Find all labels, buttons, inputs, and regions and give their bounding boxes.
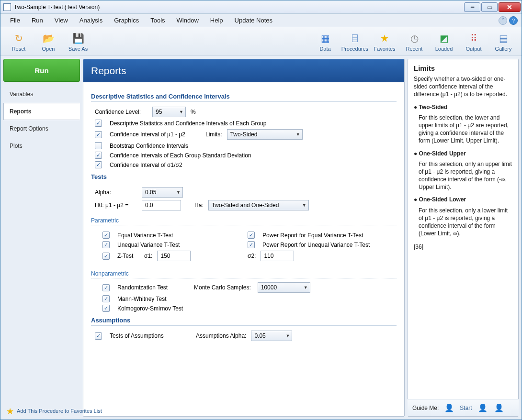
run-button[interactable]: Run bbox=[3, 59, 80, 82]
section-tests: Tests bbox=[91, 173, 397, 182]
toolbar-reset[interactable]: ↻Reset bbox=[4, 30, 33, 54]
app-window: Two-Sample T-Test (Test Version) ━ ▭ ✕ F… bbox=[0, 0, 522, 420]
add-favorites-link[interactable]: ★ Add This Procedure to Favorites List bbox=[6, 406, 102, 417]
navtab-reports[interactable]: Reports bbox=[3, 103, 80, 120]
toolbar-recent[interactable]: ◷Recent bbox=[400, 30, 429, 54]
procedures-icon: ⌸ bbox=[348, 32, 362, 45]
form-area: Descriptive Statistics and Confidence In… bbox=[83, 82, 404, 416]
chevron-down-icon: ▼ bbox=[179, 110, 183, 114]
chk-uneqvar[interactable]: ✓ bbox=[102, 241, 110, 248]
chk-ci-mu[interactable]: ✓ bbox=[95, 131, 102, 138]
toolbar-data[interactable]: ▦Data bbox=[311, 30, 340, 54]
person-next-icon[interactable]: 👤 bbox=[493, 402, 505, 414]
toolbar-output[interactable]: ⠿Output bbox=[459, 30, 488, 54]
guide-start-link[interactable]: Start bbox=[460, 405, 472, 411]
chevron-down-icon: ▼ bbox=[176, 190, 181, 195]
recent-icon: ◷ bbox=[408, 32, 421, 45]
navtab-variables[interactable]: Variables bbox=[3, 86, 80, 103]
reset-icon: ↻ bbox=[12, 32, 25, 45]
guide-bar: Guide Me: 👤 Start 👤 👤 bbox=[408, 399, 519, 416]
person-prev-icon[interactable]: 👤 bbox=[477, 402, 488, 414]
alpha-combo[interactable]: 0.05▼ bbox=[142, 187, 183, 198]
chk-power-uneq[interactable]: ✓ bbox=[248, 241, 255, 248]
chevron-down-icon: ▼ bbox=[302, 203, 306, 208]
body: Run VariablesReportsReport OptionsPlots … bbox=[0, 56, 522, 420]
toolbar-loaded[interactable]: ◩Loaded bbox=[430, 30, 458, 54]
confidence-level-combo[interactable]: 95▼ bbox=[152, 107, 186, 117]
menu-graphics[interactable]: Graphics bbox=[109, 15, 144, 26]
save-as-icon: 💾 bbox=[71, 32, 85, 45]
menu-analysis[interactable]: Analysis bbox=[75, 15, 107, 26]
section-nonparametric: Nonparametric bbox=[91, 270, 397, 278]
confidence-level-label: Confidence Level: bbox=[95, 109, 148, 115]
sigma2-label: σ2: bbox=[248, 253, 256, 259]
section-assumptions: Assumptions bbox=[91, 317, 397, 326]
person-start-icon: 👤 bbox=[443, 402, 455, 414]
data-icon: ▦ bbox=[318, 32, 332, 45]
close-button[interactable]: ✕ bbox=[499, 2, 521, 12]
menu-tools[interactable]: Tools bbox=[146, 15, 170, 26]
mc-label: Monte Carlo Samples: bbox=[194, 284, 251, 291]
window-title: Two-Sample T-Test (Test Version) bbox=[14, 4, 464, 11]
alpha-label: Alpha: bbox=[95, 189, 137, 196]
guide-label: Guide Me: bbox=[412, 405, 439, 411]
menu-file[interactable]: File bbox=[5, 15, 25, 26]
gallery-icon: ▤ bbox=[497, 32, 510, 45]
center-pane: Reports Descriptive Statistics and Confi… bbox=[83, 59, 405, 417]
maximize-button[interactable]: ▭ bbox=[481, 2, 498, 12]
minimize-button[interactable]: ━ bbox=[464, 2, 480, 12]
toolbar-save-as[interactable]: 💾Save As bbox=[64, 30, 92, 54]
chevron-down-icon: ▼ bbox=[296, 132, 300, 137]
toolbar: ↻Reset📂Open💾Save As ▦Data⌸Procedures★Fav… bbox=[0, 27, 522, 56]
chevron-down-icon: ▼ bbox=[285, 333, 290, 338]
chk-ks[interactable]: ✓ bbox=[102, 305, 110, 312]
menu-run[interactable]: Run bbox=[27, 15, 48, 26]
app-icon bbox=[3, 3, 11, 11]
titlebar: Two-Sample T-Test (Test Version) ━ ▭ ✕ bbox=[0, 0, 522, 14]
sigma2-input[interactable] bbox=[261, 251, 294, 261]
h0-input[interactable] bbox=[142, 200, 181, 210]
toolbar-gallery[interactable]: ▤Gallery bbox=[489, 30, 518, 54]
left-pane: Run VariablesReportsReport OptionsPlots … bbox=[3, 59, 80, 417]
navtab-report-options[interactable]: Report Options bbox=[3, 120, 80, 137]
limits-combo[interactable]: Two-Sided▼ bbox=[227, 129, 303, 140]
menu-view[interactable]: View bbox=[50, 15, 73, 26]
chk-mannwhitney[interactable]: ✓ bbox=[102, 295, 110, 302]
assumptions-alpha-label: Assumptions Alpha: bbox=[196, 332, 246, 339]
chk-assumptions[interactable]: ✓ bbox=[95, 332, 102, 340]
help-icon[interactable]: ? bbox=[509, 16, 518, 25]
chk-ci-group-sd[interactable]: ✓ bbox=[95, 152, 102, 159]
chk-eqvar[interactable]: ✓ bbox=[102, 232, 110, 239]
navtab-plots[interactable]: Plots bbox=[3, 137, 80, 155]
sigma1-input[interactable] bbox=[157, 251, 191, 261]
menu-help[interactable]: Help bbox=[205, 15, 228, 26]
help-pane: Limits Specify whether a two-sided or on… bbox=[408, 59, 519, 417]
ha-label: Ha: bbox=[194, 202, 204, 209]
limits-label: Limits: bbox=[205, 131, 222, 138]
nav-tabs: VariablesReportsReport OptionsPlots bbox=[3, 86, 80, 155]
toolbar-favorites[interactable]: ★Favorites bbox=[370, 30, 399, 54]
chk-power-eq[interactable]: ✓ bbox=[248, 232, 255, 239]
toolbar-procedures[interactable]: ⌸Procedures bbox=[340, 30, 369, 54]
menu-update-notes[interactable]: Update Notes bbox=[230, 15, 278, 26]
h0-label: H0: μ1 - μ2 = bbox=[95, 202, 137, 209]
chevron-down-icon: ▼ bbox=[304, 285, 308, 290]
assumptions-alpha-combo[interactable]: 0.05▼ bbox=[251, 331, 292, 341]
toolbar-open[interactable]: 📂Open bbox=[34, 30, 63, 54]
mc-samples-combo[interactable]: 10000▼ bbox=[258, 282, 310, 293]
window-controls: ━ ▭ ✕ bbox=[464, 2, 522, 12]
chk-ztest[interactable]: ✓ bbox=[102, 253, 110, 260]
chk-ci-sigma-ratio[interactable]: ✓ bbox=[95, 161, 102, 168]
chk-desc-stats[interactable]: ✓ bbox=[95, 120, 102, 127]
collapse-icon[interactable]: ⌃ bbox=[499, 16, 507, 25]
help-title: Limits bbox=[414, 64, 513, 72]
chk-randomization[interactable]: ✓ bbox=[102, 284, 110, 291]
open-icon: 📂 bbox=[42, 32, 55, 45]
menu-window[interactable]: Window bbox=[172, 15, 204, 26]
chk-bootstrap[interactable]: ✓ bbox=[95, 142, 102, 149]
star-icon: ★ bbox=[6, 406, 14, 417]
favorites-icon: ★ bbox=[378, 32, 391, 45]
section-parametric: Parametric bbox=[91, 217, 397, 225]
section-descriptive: Descriptive Statistics and Confidence In… bbox=[91, 93, 397, 102]
ha-combo[interactable]: Two-Sided and One-Sided▼ bbox=[208, 200, 309, 210]
